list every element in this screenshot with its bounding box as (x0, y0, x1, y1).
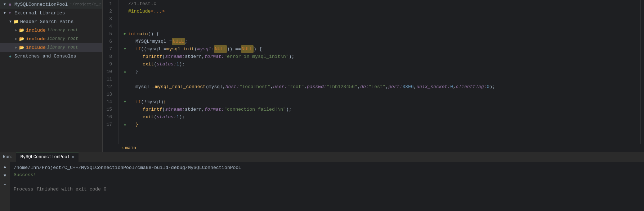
line7-param-mysql: mysql: (197, 45, 214, 53)
gutter-14: ▼ (122, 98, 128, 106)
library-root-label-3: library root (47, 45, 78, 50)
line7-paren2: ( (194, 45, 197, 53)
tree-arrow-inc2: ▶ (14, 36, 19, 41)
line12-host-label: host: (225, 83, 240, 91)
line-num-15: 15 (103, 106, 115, 113)
wrap-button[interactable]: ↩ (1, 181, 9, 188)
line17-brace: } (135, 121, 138, 128)
folder-icon: 📁 (13, 19, 19, 24)
sidebar-item-include-root-1[interactable]: ▶ 📂 include library root (0, 26, 102, 35)
code-line-9: exit( status: 1); (122, 60, 640, 68)
line14-paren: (!mysql) (141, 98, 164, 106)
tab-close-icon[interactable]: ✕ (72, 155, 74, 159)
line12-c2: , (304, 83, 307, 91)
database-icon: ⊞ (7, 1, 13, 7)
gutter-17: ▲ (122, 121, 128, 128)
code-line-11 (122, 75, 640, 83)
line1-comment: //1.test.c (128, 0, 156, 8)
code-line-4 (122, 23, 640, 30)
line12-db-val: "Test" (369, 83, 386, 91)
terminal-line-3 (14, 179, 640, 186)
line8-p1: ( (162, 53, 165, 60)
line-num-6: 6 (103, 38, 115, 45)
sidebar-item-header-search-paths[interactable]: ▼ 📁 Header Search Paths (0, 17, 102, 26)
sidebar: ▼ ⊞ MySQLConnectionPool ~/Project/C_C++/… (0, 0, 103, 152)
tab-mysql-pool[interactable]: MySQLConnectionPool ✕ (16, 152, 79, 162)
code-line-6: MYSQL * mysql = NULL; (122, 38, 640, 45)
bottom-panel: Run: MySQLConnectionPool ✕ ▲ ▼ ↩ /home/l… (0, 152, 644, 211)
line8-comma1: , (202, 53, 205, 60)
line5-main: main (137, 30, 148, 38)
line12-mysql-var: mysql = (135, 83, 155, 91)
tree-arrow-header: ▼ (8, 19, 13, 24)
code-line-7: ▼ if ((mysql = mysql_init( mysql: NULL))… (122, 45, 640, 53)
line8-fprintf: fprintf (143, 53, 162, 60)
line-num-2: 2 (103, 8, 115, 15)
line12-port-label: port: (388, 83, 402, 91)
code-line-10: ▲ } (122, 68, 640, 75)
bottom-tabs: Run: MySQLConnectionPool ✕ (0, 152, 644, 162)
line16-p1: ( (154, 113, 157, 121)
include-keyword-2: include (26, 36, 46, 42)
line2-angle: <...> (151, 8, 165, 15)
sidebar-label-scratches: Scratches and Consoles (14, 54, 76, 59)
line12-p1: (mysql, (206, 83, 225, 91)
line12-user-label: user: (273, 83, 287, 91)
line9-exit: exit (143, 60, 154, 68)
tree-arrow-ext-lib: ▼ (2, 10, 7, 15)
sidebar-item-scratches[interactable]: ◈ Scratches and Consoles (0, 52, 102, 60)
line12-c1: , (270, 83, 273, 91)
code-lines[interactable]: //1.test.c #include<...> ▶ in (119, 0, 640, 144)
sidebar-path: ~/Project/C_C++/M (70, 2, 103, 6)
bottom-content: ▲ ▼ ↩ /home/lhh/Project/C_C++/MySQLConne… (0, 162, 644, 211)
tree-arrow-scratches (2, 54, 7, 59)
line16-status: status: (157, 113, 176, 121)
line6-star: * (149, 38, 152, 45)
terminal-line-4: Process finished with exit code 0 (14, 186, 640, 193)
line16-exit: exit (143, 113, 154, 121)
code-line-16: exit( status: 1); (122, 113, 640, 121)
line12-socket-label: unix_socket: (416, 83, 450, 91)
line7-brace: ) { (254, 45, 262, 53)
code-line-8: fprintf( stream: stderr, format: "error … (122, 53, 640, 60)
run-label: Run: (0, 152, 16, 162)
code-line-1: //1.test.c (122, 0, 640, 8)
line10-brace: } (135, 68, 138, 75)
line12-host-val: "localhost" (240, 83, 270, 91)
sidebar-item-include-root-2[interactable]: ▶ 📂 include library root (0, 35, 102, 43)
line16-close: ); (179, 113, 185, 121)
line12-passwd-val: "lhh123456" (327, 83, 358, 91)
line7-paren1: ((mysql = (141, 45, 166, 53)
line-num-7: 7 (103, 45, 115, 53)
line8-close: ); (289, 53, 295, 60)
folder-closed-icon-2: 📂 (19, 36, 24, 42)
sidebar-item-mysql-pool[interactable]: ▼ ⊞ MySQLConnectionPool ~/Project/C_C++/… (0, 0, 102, 9)
line9-p1: ( (154, 60, 157, 68)
up-button[interactable]: ▲ (1, 164, 9, 171)
line15-format: format: (205, 106, 224, 113)
down-button[interactable]: ▼ (1, 172, 9, 179)
line7-null1: NULL (214, 45, 227, 53)
sidebar-item-include-root-3[interactable]: ▶ 📂 include library root (0, 43, 102, 52)
structure-tag-main: main (125, 145, 136, 151)
scratches-icon: ◈ (7, 53, 13, 59)
scrollbar-track[interactable] (640, 0, 644, 144)
line7-null2: NULL (241, 45, 254, 53)
sidebar-item-external-libraries[interactable]: ▼ ≋ External Libraries (0, 9, 102, 17)
line2-include: #include (128, 8, 151, 15)
line-num-3: 3 (103, 15, 115, 23)
code-line-3 (122, 15, 640, 23)
line9-close: ); (179, 60, 185, 68)
line5-paren: () { (148, 30, 159, 38)
line12-flag-val: 0 (487, 83, 489, 91)
include-keyword-3: include (26, 45, 46, 50)
line-num-14: 14 (103, 98, 115, 106)
line-num-8: 8 (103, 53, 115, 60)
library-root-label-1: library root (47, 28, 78, 33)
gutter-5: ▶ (122, 30, 128, 38)
line-num-17: 17 (103, 121, 115, 128)
line12-c5: , (413, 83, 416, 91)
line8-str: "error in mysql_init\n" (224, 53, 289, 60)
line-num-4: 4 (103, 23, 115, 30)
terminal-line-1: /home/lhh/Project/C_C++/MySQLConnectionP… (14, 164, 640, 171)
